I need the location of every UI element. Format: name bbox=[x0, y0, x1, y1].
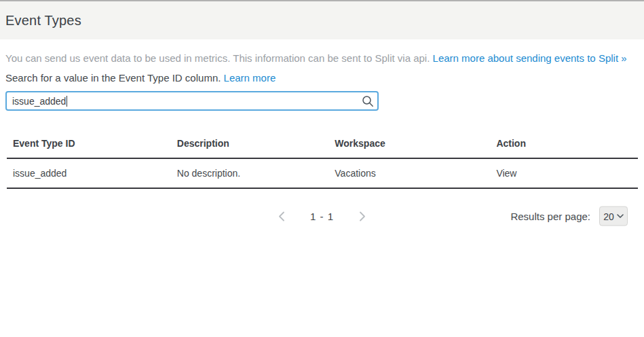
results-per-page-value: 20 bbox=[603, 211, 614, 221]
column-header-workspace: Workspace bbox=[328, 128, 490, 158]
page-title: Event Types bbox=[5, 13, 81, 29]
intro-text-body: You can send us event data to be used in… bbox=[5, 52, 430, 64]
page-header: Event Types bbox=[0, 0, 644, 39]
page-content: You can send us event data to be used in… bbox=[0, 52, 644, 111]
event-types-table: Event Type ID Description Workspace Acti… bbox=[7, 128, 638, 189]
page-range-label: 1 - 1 bbox=[310, 211, 334, 222]
column-header-event-type-id: Event Type ID bbox=[7, 128, 171, 158]
search-input-value: issue_added bbox=[12, 96, 66, 107]
column-header-description: Description bbox=[171, 128, 329, 158]
cell-event-type-id: issue_added bbox=[7, 158, 171, 188]
next-page-icon[interactable] bbox=[357, 211, 368, 221]
text-caret bbox=[67, 96, 67, 107]
search-hint-body: Search for a value in the Event Type ID … bbox=[5, 72, 221, 84]
cell-workspace: Vacations bbox=[328, 158, 490, 188]
column-header-action: Action bbox=[490, 128, 638, 158]
search-input-wrapper: issue_added bbox=[5, 91, 379, 111]
intro-text: You can send us event data to be used in… bbox=[5, 52, 639, 65]
results-per-page-label: Results per page: bbox=[510, 211, 590, 222]
learn-more-link[interactable]: Learn more bbox=[224, 72, 276, 84]
table-header-row: Event Type ID Description Workspace Acti… bbox=[7, 128, 638, 158]
table-footer: 1 - 1 Results per page: 20 bbox=[0, 205, 644, 227]
event-types-table-wrapper: Event Type ID Description Workspace Acti… bbox=[7, 128, 638, 189]
pagination: 1 - 1 bbox=[276, 211, 368, 222]
search-hint-text: Search for a value in the Event Type ID … bbox=[5, 71, 639, 85]
cell-action: View bbox=[490, 158, 638, 188]
results-per-page-select[interactable]: 20 bbox=[599, 207, 628, 226]
chevron-down-icon bbox=[617, 214, 624, 219]
view-action-link[interactable]: View bbox=[496, 168, 516, 179]
learn-more-sending-events-link[interactable]: Learn more about sending events to Split… bbox=[433, 52, 627, 64]
cell-description: No description. bbox=[171, 158, 329, 188]
search-input[interactable]: issue_added bbox=[5, 91, 379, 111]
event-types-page: Event Types You can send us event data t… bbox=[0, 0, 644, 337]
results-per-page: Results per page: 20 bbox=[510, 207, 628, 226]
previous-page-icon[interactable] bbox=[276, 211, 287, 221]
table-row: issue_added No description. Vacations Vi… bbox=[7, 158, 638, 188]
search-icon[interactable] bbox=[362, 95, 374, 107]
